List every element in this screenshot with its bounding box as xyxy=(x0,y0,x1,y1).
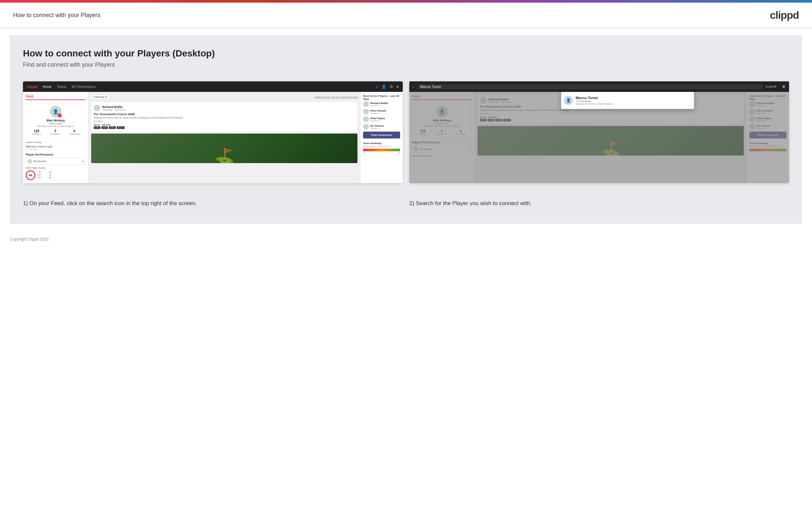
main-subtitle: Find and connect with your Players xyxy=(23,61,789,68)
bars-area: OTT 79 APP xyxy=(37,171,51,179)
stat-activities-label: Activities xyxy=(32,133,41,135)
profile-section: 👤 Blair McHarg Golf Coach Mill Ride Golf… xyxy=(26,103,86,138)
profile-avatar: 👤 xyxy=(50,106,62,118)
stat-followers: 3 Followers xyxy=(50,129,60,135)
player-3-avatar xyxy=(363,116,369,122)
tag-app: APP xyxy=(101,126,108,129)
search-result-avatar: 👤 xyxy=(564,96,573,105)
activity-date: 27 Jul 2022 xyxy=(26,148,86,150)
activity-text: Afternoon round of golf xyxy=(26,145,86,148)
profile-club: Mill Ride Golf Club, United Kingdom xyxy=(27,125,84,127)
app-ui-1: clippd Home Teams My Performance ⌕ 👤 ⚙ ● xyxy=(23,81,403,183)
following-bar: Following ▾ Control who can see your act… xyxy=(91,94,357,99)
player-row-4: Eli Vincent Activities: 1 xyxy=(363,124,400,130)
heatmap-labels: -5 +5 xyxy=(363,152,400,154)
control-link[interactable]: Control who can see your activity and da… xyxy=(314,96,357,98)
player-row-1: Richard Butler Activities: 7 xyxy=(363,101,400,107)
feed-card-avatar xyxy=(94,105,100,111)
quality-label: Total Player Quality xyxy=(26,167,86,169)
close-search-button[interactable]: ✕ xyxy=(782,84,786,89)
bar-ott: OTT 79 xyxy=(37,171,51,173)
heatmap-bar xyxy=(363,149,400,151)
search-result-item[interactable]: 👤 Marcus Turner 1.5 Handicap Cypress Poi… xyxy=(564,94,691,106)
player-1-acts: Activities: 7 xyxy=(370,105,388,107)
top-gradient-bar xyxy=(0,0,812,3)
main-title: How to connect with your Players (Deskto… xyxy=(23,48,789,59)
golfer-image: ⛳ xyxy=(91,134,357,163)
caret-icon: ▾ xyxy=(82,160,84,163)
player-4-name: Eli Vincent xyxy=(370,124,384,127)
feed-tab: Feed xyxy=(26,94,86,100)
main-content: How to connect with your Players (Deskto… xyxy=(10,35,802,224)
search-icon: ⌕ xyxy=(376,84,378,89)
bar-app: APP 70 xyxy=(37,174,51,176)
bar-ott-label: OTT xyxy=(37,171,44,173)
player-2-name: Piers Parnell xyxy=(370,109,386,112)
latest-activity-label: Latest Activity xyxy=(26,141,86,144)
feed-card-sub: Yesterday - The Grove xyxy=(102,109,125,111)
player-4-info: Eli Vincent Activities: 1 xyxy=(370,124,384,129)
player-perf-title: Player Performance xyxy=(26,153,86,156)
player-selector-avatar xyxy=(28,159,32,163)
screenshots-row: clippd Home Teams My Performance ⌕ 👤 ⚙ ● xyxy=(23,81,789,183)
tag-ott: OTT xyxy=(94,126,100,129)
feed-tags: OTT APP ARG PUTT xyxy=(94,126,355,129)
feed-duration: 02 hr : 00 min xyxy=(94,123,355,126)
nav-home: Home xyxy=(43,85,51,89)
player-row-2: Piers Parnell Activities: 4 xyxy=(363,109,400,115)
page-title: How to connect with your Players xyxy=(13,12,100,19)
right-panel: Most Active Players - Last 30 days Richa… xyxy=(360,92,403,183)
stats-row: 129 Activities 3 Followers 4 Following xyxy=(27,129,84,135)
screenshot-1: clippd Home Teams My Performance ⌕ 👤 ⚙ ● xyxy=(23,81,403,183)
team-heatmap-title: Team Heatmap xyxy=(363,142,400,145)
app-nav-1: clippd Home Teams My Performance ⌕ 👤 ⚙ ● xyxy=(23,81,403,92)
score-circle: 84 xyxy=(26,170,36,180)
profile-name: Blair McHarg xyxy=(27,119,84,122)
bar-app-label: APP xyxy=(37,174,44,176)
player-3-acts: Activities: 3 xyxy=(370,120,385,122)
stat-following-num: 4 xyxy=(69,129,79,133)
caption-1: 1) On your Feed, click on the search ico… xyxy=(23,193,403,214)
search-result-info: Marcus Turner 1.5 Handicap Cypress Point… xyxy=(576,96,613,105)
nav-my-performance: My Performance xyxy=(72,85,96,89)
copyright-text: Copyright Clippd 2022 xyxy=(10,237,49,242)
active-players-title: Most Active Players - Last 30 days xyxy=(363,94,400,100)
bar-arg-num: 65 xyxy=(46,176,51,178)
golfer-silhouette-icon: ⛳ xyxy=(214,147,235,163)
following-label: Following xyxy=(93,95,105,98)
search-value: Marcus Turner xyxy=(420,85,441,89)
following-button[interactable]: Following ▾ xyxy=(91,94,109,99)
bar-arg-label: ARG xyxy=(37,176,44,178)
heatmap-sub: Player Quality - 20 Round Trend xyxy=(363,145,400,147)
player-selector[interactable]: Eli Vincent ▾ xyxy=(26,158,86,165)
screenshot-2: clippd Home Teams My Performance Feed 👤 … xyxy=(409,81,789,183)
player-1-avatar xyxy=(363,101,369,107)
feed-activity-title: Pre Tournament Course Walk xyxy=(94,113,355,116)
team-dashboard-button[interactable]: Team Dashboard xyxy=(363,132,400,138)
nav-icons: ⌕ 👤 ⚙ ● xyxy=(376,84,399,89)
player-row-3: Hiral Pujara Activities: 3 xyxy=(363,116,400,122)
player-4-acts: Activities: 1 xyxy=(370,127,384,129)
stat-activities: 129 Activities xyxy=(32,129,41,135)
bar-ott-num: 79 xyxy=(46,171,51,173)
search-result-club: Cypress Point Club, United Kingdom xyxy=(576,103,613,105)
feed-duration-label: Duration xyxy=(94,120,355,122)
footer: Copyright Clippd 2022 xyxy=(0,230,812,248)
search-input-display[interactable]: Marcus Turner xyxy=(418,84,763,90)
stat-activities-num: 129 xyxy=(32,129,41,133)
stat-followers-label: Followers xyxy=(50,133,60,135)
logo: clippd xyxy=(770,9,799,21)
logo-text: clippd xyxy=(770,9,799,21)
player-3-name: Hiral Pujara xyxy=(370,117,385,120)
feed-card-name: Richard Butler xyxy=(102,105,125,109)
feed-card-header: Richard Butler Yesterday - The Grove xyxy=(94,105,355,111)
search-result-handicap: 1.5 Handicap xyxy=(576,100,613,103)
feed-card-person: Richard Butler Yesterday - The Grove xyxy=(102,105,125,111)
search-icon-overlay: ⌕ xyxy=(413,84,415,89)
player-1-info: Richard Butler Activities: 7 xyxy=(370,102,388,107)
clear-button[interactable]: CLEAR xyxy=(766,85,777,88)
feed-card-1: Richard Butler Yesterday - The Grove Pre… xyxy=(91,102,357,132)
stat-following: 4 Following xyxy=(69,129,79,135)
app-body-1: Feed 👤 Blair McHarg Golf Coach Mill Ride… xyxy=(23,92,403,183)
avatar-badge xyxy=(58,114,62,118)
